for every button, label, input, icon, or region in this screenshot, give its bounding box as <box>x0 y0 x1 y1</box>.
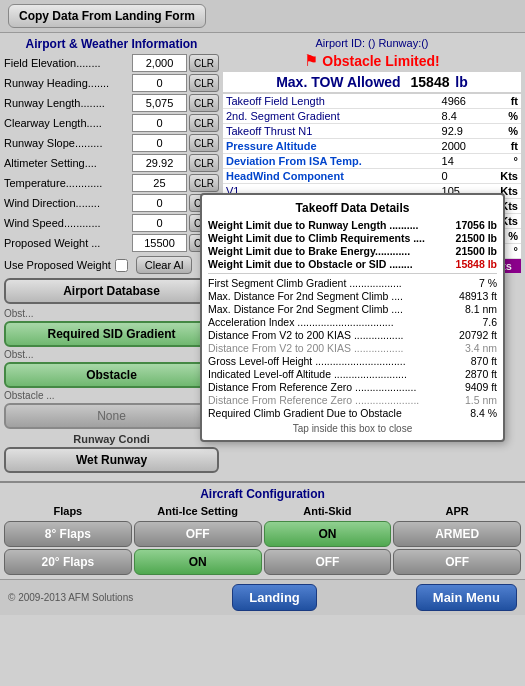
field-heading-input[interactable] <box>132 74 187 92</box>
flaps-20-button[interactable]: 20° Flaps <box>4 549 132 575</box>
anti-ice-off-button[interactable]: OFF <box>134 521 262 547</box>
flaps-8-button[interactable]: 8° Flaps <box>4 521 132 547</box>
field-slope-label: Runway Slope......... <box>4 137 132 149</box>
field-slope-clr[interactable]: CLR <box>189 134 219 152</box>
data-label-4: Acceleration Index .....................… <box>208 316 447 328</box>
data-value-9: 9409 ft <box>447 381 497 393</box>
main-menu-button[interactable]: Main Menu <box>416 584 517 611</box>
row-value: 8.4 <box>439 109 485 124</box>
field-weight-input[interactable] <box>132 234 187 252</box>
runway-cond-title: Runway Condi <box>4 433 219 445</box>
use-proposed-row: Use Proposed Weight Clear Al <box>4 256 219 274</box>
use-proposed-checkbox[interactable] <box>115 259 128 272</box>
apr-off-button[interactable]: OFF <box>393 549 521 575</box>
config-header-apr: APR <box>393 505 521 517</box>
config-title: Aircraft Configuration <box>4 487 521 501</box>
row-unit: ft <box>485 139 521 154</box>
field-temp-input[interactable] <box>132 174 187 192</box>
data-row-7: Gross Level-off Height .................… <box>208 355 497 367</box>
apr-armed-button[interactable]: ARMED <box>393 521 521 547</box>
field-length-label: Runway Length........ <box>4 97 132 109</box>
field-row-wind-speed: Wind Speed............ CLR <box>4 214 219 232</box>
tap-label[interactable]: Tap inside this box to close <box>208 423 497 434</box>
obstacle-header: ⚑ Obstacle Limited! <box>223 51 521 70</box>
table-row-headwind: HeadWind Component 0 Kts <box>223 169 521 184</box>
field-heading-clr[interactable]: CLR <box>189 74 219 92</box>
field-clearway-input[interactable] <box>132 114 187 132</box>
field-elevation-label: Field Elevation........ <box>4 57 132 69</box>
table-row-isa: Deviation From ISA Temp. 14 ° <box>223 154 521 169</box>
config-header-anti-skid: Anti-Skid <box>264 505 392 517</box>
field-wind-speed-input[interactable] <box>132 214 187 232</box>
row-label: HeadWind Component <box>223 169 439 184</box>
aircraft-config-section: Aircraft Configuration Flaps Anti-Ice Se… <box>0 481 525 579</box>
use-proposed-label: Use Proposed Weight <box>4 259 111 271</box>
field-temp-clr[interactable]: CLR <box>189 174 219 192</box>
airport-id: Airport ID: () Runway:() <box>223 37 521 49</box>
data-row-1: First Segment Climb Gradient ...........… <box>208 277 497 289</box>
row-value: 4966 <box>439 94 485 109</box>
row-unit: % <box>485 109 521 124</box>
max-tow-unit: lb <box>455 74 467 90</box>
none-button[interactable]: None <box>4 403 219 429</box>
data-label-5: Distance From V2 to 200 KIAS ...........… <box>208 329 447 341</box>
max-tow-row: Max. TOW Allowed 15848 lb <box>223 72 521 92</box>
obstacle-button[interactable]: Obstacle <box>4 362 219 388</box>
row-label: Deviation From ISA Temp. <box>223 154 439 169</box>
flag-icon: ⚑ <box>304 51 318 70</box>
table-row: 2nd. Segment Gradient 8.4 % <box>223 109 521 124</box>
data-value-3: 8.1 nm <box>447 303 497 315</box>
section-title: Airport & Weather Information <box>4 37 219 51</box>
weight-limit-value-1: 17056 lb <box>456 219 497 231</box>
copy-data-button[interactable]: Copy Data From Landing Form <box>8 4 206 28</box>
required-sid-gradient-button[interactable]: Required SID Gradient <box>4 321 219 347</box>
obstacle-limited-title: Obstacle Limited! <box>322 53 439 69</box>
data-value-10: 1.5 nm <box>447 394 497 406</box>
field-wind-dir-input[interactable] <box>132 194 187 212</box>
airport-database-button[interactable]: Airport Database <box>4 278 219 304</box>
field-row-wind-dir: Wind Direction........ CLR <box>4 194 219 212</box>
config-grid: Flaps Anti-Ice Setting Anti-Skid APR 8° … <box>4 505 521 575</box>
data-label-1: First Segment Climb Gradient ...........… <box>208 277 447 289</box>
data-row-10: Distance From Reference Zero ...........… <box>208 394 497 406</box>
field-row-slope: Runway Slope......... CLR <box>4 134 219 152</box>
top-bar: Copy Data From Landing Form <box>0 0 525 33</box>
data-value-2: 48913 ft <box>447 290 497 302</box>
row-unit: % <box>485 124 521 139</box>
field-row-weight: Proposed Weight ... CLR <box>4 234 219 252</box>
weight-limit-value-4: 15848 lb <box>456 258 497 270</box>
row-label: Takeoff Thrust N1 <box>223 124 439 139</box>
row-value: 92.9 <box>439 124 485 139</box>
weight-limit-row-1: Weight Limit due to Runway Length ......… <box>208 219 497 231</box>
field-length-clr[interactable]: CLR <box>189 94 219 112</box>
landing-button[interactable]: Landing <box>232 584 317 611</box>
row-value: 0 <box>439 169 485 184</box>
anti-skid-off-button[interactable]: OFF <box>264 549 392 575</box>
data-label-10: Distance From Reference Zero ...........… <box>208 394 447 406</box>
field-length-input[interactable] <box>132 94 187 112</box>
max-tow-value: 15848 <box>411 74 450 90</box>
left-panel: Airport & Weather Information Field Elev… <box>4 37 219 475</box>
anti-skid-on-button[interactable]: ON <box>264 521 392 547</box>
obstacle-label-3: Obstacle ... <box>4 390 219 401</box>
data-label-7: Gross Level-off Height .................… <box>208 355 447 367</box>
field-wind-speed-label: Wind Speed............ <box>4 217 132 229</box>
wet-runway-button[interactable]: Wet Runway <box>4 447 219 473</box>
max-tow-label: Max. TOW Allowed <box>276 74 400 90</box>
takeoff-data-popup[interactable]: Takeoff Data Details Weight Limit due to… <box>200 193 505 442</box>
field-clearway-clr[interactable]: CLR <box>189 114 219 132</box>
weight-limit-row-4: Weight Limit due to Obstacle or SID ....… <box>208 258 497 270</box>
anti-ice-on-button[interactable]: ON <box>134 549 262 575</box>
clear-all-button[interactable]: Clear Al <box>136 256 193 274</box>
field-wind-dir-label: Wind Direction........ <box>4 197 132 209</box>
field-altimeter-clr[interactable]: CLR <box>189 154 219 172</box>
data-row-3: Max. Distance For 2nd Segment Climb ....… <box>208 303 497 315</box>
copyright: © 2009-2013 AFM Solutions <box>8 592 133 603</box>
field-slope-input[interactable] <box>132 134 187 152</box>
row-value: 2000 <box>439 139 485 154</box>
field-elevation-clr[interactable]: CLR <box>189 54 219 72</box>
field-row-length: Runway Length........ CLR <box>4 94 219 112</box>
table-row: Takeoff Thrust N1 92.9 % <box>223 124 521 139</box>
field-elevation-input[interactable] <box>132 54 187 72</box>
field-altimeter-input[interactable] <box>132 154 187 172</box>
